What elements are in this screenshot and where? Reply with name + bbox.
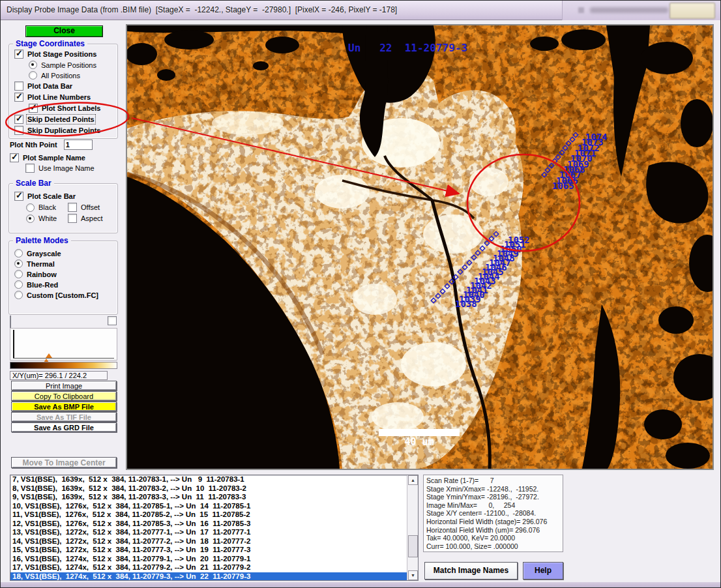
list-item[interactable]: 11, VS1(BSE), 1276x, 512 x 384, 11-20785…: [10, 510, 418, 520]
blurred-button: [670, 3, 715, 19]
plot-sample-name-checkbox[interactable]: Plot Sample Name: [10, 153, 85, 162]
plot-short-labels-label: Plot Short Labels: [42, 104, 100, 112]
offset-checkbox[interactable]: Offset: [68, 203, 100, 212]
info-line: Stage X/Y center= -12100., -28084.: [426, 509, 563, 518]
scale-bar-group: Scale Bar Plot Scale Bar Black Offset Wh…: [8, 183, 118, 233]
window-title: Display Probe Image Data (from .BIM file…: [7, 5, 397, 14]
list-item[interactable]: 13, VS1(BSE), 1272x, 512 x 384, 11-20777…: [10, 528, 418, 537]
save-as-grd-button[interactable]: Save As GRD File: [11, 422, 117, 432]
skip-duplicate-points-checkbox[interactable]: Skip Duplicate Points: [14, 126, 117, 135]
range-min-checkbox[interactable]: [10, 316, 11, 328]
plot-scale-bar-checkbox[interactable]: Plot Scale Bar: [14, 192, 117, 201]
checkbox-icon[interactable]: [14, 192, 23, 201]
white-label: White: [38, 214, 57, 222]
plot-sample-name-label: Plot Sample Name: [23, 154, 85, 162]
plot-line-numbers-checkbox[interactable]: Plot Line Numbers: [14, 93, 117, 102]
custom-radio[interactable]: Custom [Custom.FC]: [14, 291, 117, 299]
plot-stage-positions-checkbox[interactable]: Plot Stage Positions: [14, 50, 117, 59]
checkbox-icon[interactable]: [14, 115, 23, 124]
list-item[interactable]: 15, VS1(BSE), 1272x, 512 x 384, 11-20777…: [10, 546, 418, 555]
save-as-tif-button: Save As TIF File: [11, 412, 117, 422]
list-item[interactable]: 8, VS1(BSE), 1639x, 512 x 384, 11-20783-…: [10, 484, 418, 493]
scrollbar-thumb[interactable]: [408, 535, 418, 557]
info-line: Stage Ymin/Ymax= -28196., -27972.: [426, 493, 563, 501]
checkbox-icon[interactable]: [14, 81, 23, 91]
rainbow-radio[interactable]: Rainbow: [14, 270, 117, 278]
scroll-up-icon[interactable]: ▲: [408, 475, 418, 485]
scroll-down-icon[interactable]: ▼: [408, 570, 418, 580]
white-radio[interactable]: White: [26, 214, 63, 223]
range-max-checkbox[interactable]: [108, 316, 117, 325]
radio-icon[interactable]: [14, 259, 23, 268]
checkbox-icon[interactable]: [14, 93, 23, 102]
checkbox-icon[interactable]: [14, 50, 23, 59]
info-line: Horizontal Field Width (um)= 296.076: [426, 526, 563, 535]
plot-data-bar-label: Plot Data Bar: [27, 82, 72, 90]
radio-icon[interactable]: [14, 280, 23, 289]
info-line: Horizontal Field Width (stage)= 296.076: [426, 518, 563, 526]
save-as-bmp-button[interactable]: Save As BMP File: [11, 402, 117, 411]
grayscale-radio[interactable]: Grayscale: [14, 249, 117, 257]
list-item[interactable]: 14, VS1(BSE), 1272x, 512 x 384, 11-20777…: [10, 537, 418, 546]
use-image-name-checkbox[interactable]: Use Image Name: [25, 164, 95, 173]
stage-coordinates-title: Stage Coordinates: [13, 39, 87, 48]
match-image-names-button[interactable]: Match Image Names: [424, 562, 518, 580]
sample-positions-radio[interactable]: Sample Positions: [29, 61, 117, 69]
copy-to-clipboard-button[interactable]: Copy To Clipboard: [11, 391, 117, 401]
all-positions-radio[interactable]: All Positions: [29, 71, 117, 80]
thermal-label: Thermal: [27, 260, 55, 268]
radio-icon[interactable]: [14, 291, 23, 299]
sample-positions-label: Sample Positions: [41, 61, 96, 69]
checkbox-icon[interactable]: [68, 214, 77, 223]
image-info-panel: Scan Rate (1-7)= 7Stage Xmin/Xmax= -1224…: [423, 475, 563, 552]
blurred-checkbox: [578, 7, 584, 13]
sample-name-label: Un 22 11-20779-3: [348, 42, 467, 54]
list-item[interactable]: 7, VS1(BSE), 1639x, 512 x 384, 11-20783-…: [10, 475, 418, 484]
plot-short-labels-checkbox[interactable]: Plot Short Labels: [29, 104, 117, 113]
checkbox-icon[interactable]: [14, 126, 23, 135]
radio-icon[interactable]: [14, 249, 23, 257]
thermal-radio[interactable]: Thermal: [14, 259, 117, 268]
thermal-palette-bar[interactable]: [10, 362, 117, 369]
black-radio[interactable]: Black: [26, 203, 63, 212]
radio-icon[interactable]: [29, 61, 37, 69]
aspect-checkbox[interactable]: Aspect: [68, 214, 103, 223]
list-item[interactable]: 18, VS1(BSE), 1274x, 512 x 384, 11-20779…: [10, 572, 418, 581]
plot-nth-point-input[interactable]: [64, 140, 93, 150]
plot-data-bar-checkbox[interactable]: Plot Data Bar: [14, 81, 117, 91]
radio-icon[interactable]: [26, 214, 35, 223]
info-line: Stage Xmin/Xmax= -12248., -11952.: [426, 485, 563, 493]
probe-image-display[interactable]: Un 22 11-20779-3 10381039104010411042104…: [126, 24, 714, 470]
radio-icon[interactable]: [14, 270, 23, 278]
display-probe-image-window: Display Probe Image Data (from .BIM file…: [0, 0, 721, 588]
print-image-button[interactable]: Print Image: [11, 381, 117, 390]
micrograph-image: Un 22 11-20779-3 10381039104010411042104…: [127, 25, 713, 469]
checkbox-icon[interactable]: [10, 153, 19, 162]
all-positions-label: All Positions: [41, 72, 80, 80]
histogram-x-axis: [13, 358, 114, 359]
checkbox-icon[interactable]: [68, 203, 77, 212]
skip-duplicate-points-label: Skip Duplicate Points: [27, 126, 100, 134]
intensity-histogram[interactable]: [10, 328, 117, 360]
radio-icon[interactable]: [26, 203, 35, 212]
image-list[interactable]: 7, VS1(BSE), 1639x, 512 x 384, 11-20783-…: [10, 475, 419, 581]
close-button[interactable]: Close: [25, 25, 103, 37]
plot-nth-point-label: Plot Nth Point: [10, 141, 57, 149]
info-line: Scan Rate (1-7)= 7: [426, 477, 563, 485]
list-scrollbar[interactable]: ▲ ▼: [407, 475, 418, 580]
blue-red-label: Blue-Red: [27, 281, 58, 289]
blue-red-radio[interactable]: Blue-Red: [14, 280, 117, 289]
list-item[interactable]: 10, VS1(BSE), 1276x, 512 x 384, 11-20785…: [10, 502, 418, 511]
list-item[interactable]: 16, VS1(BSE), 1274x, 512 x 384, 11-20779…: [10, 555, 418, 564]
radio-icon[interactable]: [29, 71, 37, 80]
checkbox-icon[interactable]: [29, 104, 38, 113]
list-item[interactable]: 17, VS1(BSE), 1274x, 512 x 384, 11-20779…: [10, 563, 418, 572]
skip-deleted-points-checkbox[interactable]: Skip Deleted Points: [14, 115, 117, 124]
plot-line-numbers-label: Plot Line Numbers: [27, 93, 91, 101]
help-button[interactable]: Help: [523, 562, 563, 580]
title-bar[interactable]: Display Probe Image Data (from .BIM file…: [1, 1, 721, 20]
info-line: Curr= 100.000, Size= .000000: [426, 542, 563, 551]
list-item[interactable]: 12, VS1(BSE), 1276x, 512 x 384, 11-20785…: [10, 520, 418, 529]
checkbox-icon[interactable]: [25, 164, 35, 173]
list-item[interactable]: 9, VS1(BSE), 1639x, 512 x 384, 11-20783-…: [10, 493, 418, 502]
